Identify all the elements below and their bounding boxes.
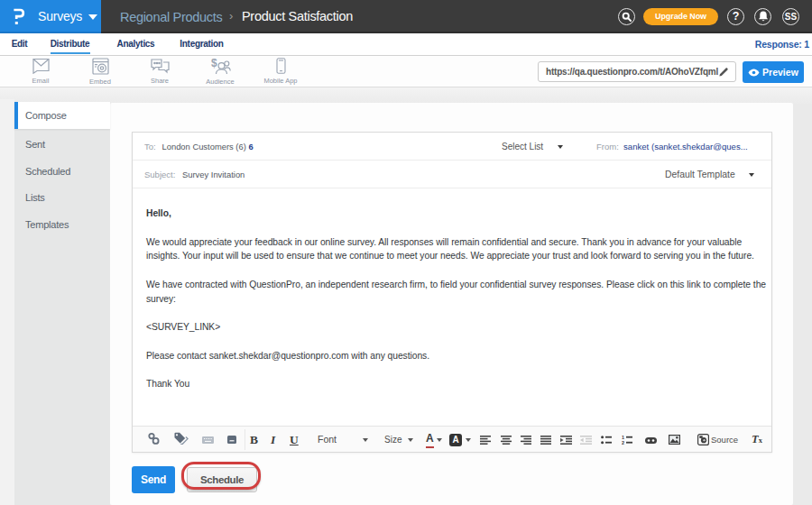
svg-text:$: $ <box>211 58 217 69</box>
svg-text:1: 1 <box>622 436 624 440</box>
svg-text:2: 2 <box>622 440 624 445</box>
